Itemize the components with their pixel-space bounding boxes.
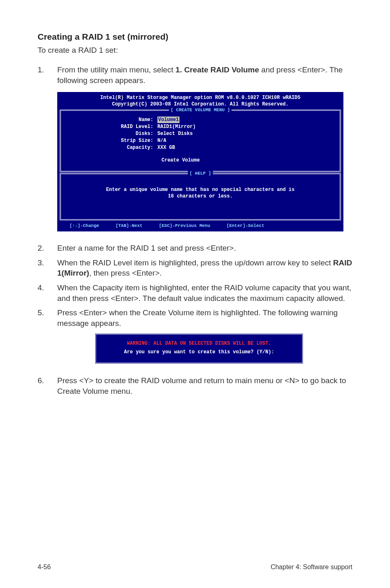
warning-screenshot: WARNING: ALL DATA ON SELECTED DISKS WILL… xyxy=(95,333,303,364)
field-label-raid: RAID Level: xyxy=(65,123,157,130)
box-label: [ CREATE VOLUME MENU ] xyxy=(169,107,231,113)
step-text: Press <Enter> when the Create Volume ite… xyxy=(57,307,352,328)
field-label-name: Name: xyxy=(65,117,157,123)
intro-text: To create a RAID 1 set: xyxy=(38,46,352,55)
key-hint-next: [TAB]-Next xyxy=(116,223,143,229)
field-label-capacity: Capacity: xyxy=(65,144,157,151)
bios-screenshot: Intel(R) Matrix Storage Manager option R… xyxy=(57,92,343,231)
step-text: From the utility main menu, select xyxy=(57,65,175,74)
box-label: [ HELP ] xyxy=(188,171,213,177)
confirm-prompt[interactable]: Are you sure you want to create this vol… xyxy=(99,348,300,356)
field-value-capacity[interactable]: XXX GB xyxy=(157,144,175,151)
step-5: 5. Press <Enter> when the Create Volume … xyxy=(38,307,352,328)
key-hint-prev: [ESC]-Previous Menu xyxy=(159,223,210,229)
key-hint-change: [↑↓]-Change xyxy=(69,223,99,229)
field-label-strip: Strip Size: xyxy=(65,137,157,144)
create-volume-action[interactable]: Create Volume xyxy=(65,157,336,164)
step-bold: 1. Create RAID Volume xyxy=(175,65,259,74)
field-value-strip: N/A xyxy=(157,137,166,144)
step-3: 3. When the RAID Level item is highlight… xyxy=(38,258,352,278)
step-6: 6. Press <Y> to create the RAID volume a… xyxy=(38,375,352,396)
help-text-line: Enter a unique volume name that has no s… xyxy=(65,186,336,193)
field-value-raid[interactable]: RAID1(Mirror) xyxy=(157,123,196,130)
chapter-label: Chapter 4: Software support xyxy=(271,563,352,571)
page-footer: 4-56 Chapter 4: Software support xyxy=(38,563,352,571)
step-1: 1. From the utility main menu, select 1.… xyxy=(38,65,352,85)
field-value-name[interactable]: Volume1 xyxy=(157,117,179,123)
step-number: 4. xyxy=(38,283,57,303)
step-number: 5. xyxy=(38,307,57,328)
field-value-disks[interactable]: Select Disks xyxy=(157,130,193,137)
step-text: Enter a name for the RAID 1 set and pres… xyxy=(57,243,352,254)
step-text: When the Capacity item is highlighted, e… xyxy=(57,283,352,303)
step-text: When the RAID Level item is highlighted,… xyxy=(57,258,333,267)
help-box: [ HELP ] Enter a unique volume name that… xyxy=(60,173,341,220)
create-volume-box: [ CREATE VOLUME MENU ] Name: Volume1 RAI… xyxy=(60,110,341,172)
step-text: Press <Y> to create the RAID volume and … xyxy=(57,375,352,396)
key-hint-select: [Enter]-Select xyxy=(226,223,264,229)
help-text-line: 16 characters or less. xyxy=(65,193,336,200)
bios-title-line: Intel(R) Matrix Storage Manager option R… xyxy=(59,94,342,101)
section-heading: Creating a RAID 1 set (mirrored) xyxy=(38,32,352,42)
step-number: 3. xyxy=(38,258,57,278)
step-text: , then press <Enter>. xyxy=(89,269,161,277)
step-number: 6. xyxy=(38,375,57,396)
step-2: 2. Enter a name for the RAID 1 set and p… xyxy=(38,243,352,254)
warning-text: WARNING: ALL DATA ON SELECTED DISKS WILL… xyxy=(99,339,300,348)
page-number: 4-56 xyxy=(38,563,51,571)
step-number: 1. xyxy=(38,65,57,85)
field-label-disks: Disks: xyxy=(65,130,157,137)
bios-footer: [↑↓]-Change [TAB]-Next [ESC]-Previous Me… xyxy=(57,221,343,231)
step-4: 4. When the Capacity item is highlighted… xyxy=(38,283,352,303)
step-number: 2. xyxy=(38,243,57,254)
